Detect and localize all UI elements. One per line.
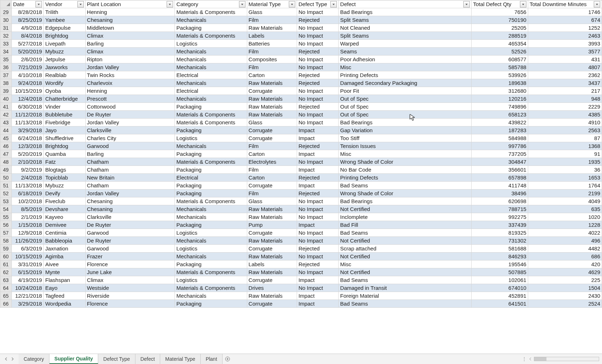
cell-plant[interactable]: Climax <box>85 276 175 284</box>
cell-downtime[interactable]: 1653 <box>528 174 602 182</box>
cell-material[interactable]: Raw Materials <box>247 237 297 245</box>
cell-plant[interactable]: Climax <box>85 48 175 56</box>
cell-defect[interactable]: Inclomplete <box>339 213 472 221</box>
cell-defect_type[interactable]: No Impact <box>297 24 338 32</box>
cell-plant[interactable]: Florence <box>85 260 175 268</box>
cell-downtime[interactable]: 225 <box>528 276 602 284</box>
cell-material[interactable]: Labels <box>247 32 297 40</box>
cell-defect_type[interactable]: Rejected <box>297 260 338 268</box>
cell-defect[interactable]: Not Certified <box>339 268 472 276</box>
cell-category[interactable]: Logistics <box>175 276 247 284</box>
row-number-cell[interactable]: 49 <box>0 166 12 174</box>
cell-downtime[interactable]: 4022 <box>528 229 602 237</box>
table-row[interactable]: 352/6/2019JetpulseRiptonMechanicalsCompo… <box>0 56 602 63</box>
cell-defect[interactable]: Split Seams <box>339 16 472 24</box>
cell-date[interactable]: 8/4/2018 <box>11 32 44 40</box>
column-header-material[interactable]: Material Type <box>247 0 297 8</box>
sheet-tab[interactable]: Category <box>19 354 49 364</box>
cell-date[interactable]: 10/24/2018 <box>11 284 44 292</box>
cell-downtime[interactable]: 1504 <box>528 284 602 292</box>
cell-material[interactable]: Raw Materials <box>247 103 297 111</box>
cell-plant[interactable]: Jordan Valley <box>85 190 175 197</box>
cell-vendor[interactable]: Agimba <box>44 253 85 260</box>
cell-category[interactable]: Packaging <box>175 150 247 158</box>
cell-defect_type[interactable]: No Impact <box>297 197 338 205</box>
cell-category[interactable]: Materials & Components <box>175 119 247 126</box>
cell-category[interactable]: Mechanicals <box>175 79 247 87</box>
cell-material[interactable]: Raw Materials <box>247 268 297 276</box>
cell-vendor[interactable]: Chatterbridge <box>44 95 85 103</box>
cell-material[interactable]: Corrugate <box>247 87 297 95</box>
filter-dropdown-icon[interactable] <box>520 1 526 8</box>
table-row[interactable]: 502/4/2018TopicblabNew BritainElectrical… <box>0 174 602 182</box>
cell-vendor[interactable]: Devshare <box>44 205 85 213</box>
cell-vendor[interactable]: Jetpulse <box>44 56 85 63</box>
cell-defect_type[interactable]: Impact <box>297 126 338 134</box>
table-row[interactable]: 626/15/2019MynteJune LakeMaterials & Com… <box>0 268 602 276</box>
cell-date[interactable]: 2/10/2018 <box>11 158 44 166</box>
cell-defect_type[interactable]: No Impact <box>297 229 338 237</box>
table-row[interactable]: 367/21/2019JaxworksJordan ValleyMechanic… <box>0 63 602 71</box>
cell-defect_type[interactable]: Rejected <box>297 79 338 87</box>
cell-vendor[interactable]: Brightdog <box>44 32 85 40</box>
cell-date[interactable]: 2/6/2019 <box>11 56 44 63</box>
cell-qty[interactable]: 584988 <box>472 134 528 142</box>
cell-plant[interactable]: Chatham <box>85 158 175 166</box>
cell-downtime[interactable]: 420 <box>528 260 602 268</box>
cell-defect_type[interactable]: No Impact <box>297 56 338 63</box>
table-row[interactable]: 6410/24/2018EayoWestsideMaterials & Comp… <box>0 284 602 292</box>
cell-defect[interactable]: Out of Spec <box>339 95 472 103</box>
cell-vendor[interactable]: Fivebridge <box>44 119 85 126</box>
cell-downtime[interactable]: 4910 <box>528 119 602 126</box>
cell-material[interactable]: Pump <box>247 221 297 229</box>
cell-category[interactable]: Mechanicals <box>175 205 247 213</box>
table-row[interactable]: 4012/4/2018ChatterbridgePrescottMechanic… <box>0 95 602 103</box>
cell-vendor[interactable]: Bubbletube <box>44 111 85 119</box>
cell-qty[interactable]: 750190 <box>472 16 528 24</box>
cell-material[interactable]: Batteries <box>247 40 297 48</box>
cell-downtime[interactable]: 1764 <box>528 182 602 190</box>
cell-plant[interactable]: Chatham <box>85 182 175 190</box>
cell-plant[interactable]: Barling <box>85 40 175 48</box>
cell-material[interactable]: Carton <box>247 150 297 158</box>
cell-downtime[interactable]: 2430 <box>528 292 602 300</box>
cell-date[interactable]: 11/26/2019 <box>11 237 44 245</box>
cell-defect[interactable]: Misc <box>339 63 472 71</box>
table-row[interactable]: 456/24/2018ShuffledriveCharles CityLogis… <box>0 134 602 142</box>
cell-material[interactable]: Raw Materials <box>247 79 297 87</box>
cell-qty[interactable]: 411748 <box>472 182 528 190</box>
cell-downtime[interactable]: 217 <box>528 87 602 95</box>
cell-plant[interactable]: Garwood <box>85 142 175 150</box>
cell-vendor[interactable]: Fiveclub <box>44 197 85 205</box>
cell-downtime[interactable]: 686 <box>528 253 602 260</box>
row-number-cell[interactable]: 59 <box>0 245 12 253</box>
cell-defect[interactable]: Tension Issues <box>339 142 472 150</box>
cell-qty[interactable]: 749896 <box>472 103 528 111</box>
cell-vendor[interactable]: Topicblab <box>44 174 85 182</box>
cell-downtime[interactable]: 4385 <box>528 111 602 119</box>
cell-category[interactable]: Mechanicals <box>175 142 247 150</box>
cell-downtime[interactable]: 1252 <box>528 24 602 32</box>
table-row[interactable]: 634/19/2019FlashspanClimaxLogisticsCorru… <box>0 276 602 284</box>
cell-plant[interactable]: De Ruyter <box>85 237 175 245</box>
cell-defect_type[interactable]: No Impact <box>297 95 338 103</box>
cell-category[interactable]: Packaging <box>175 182 247 190</box>
table-row[interactable]: 5111/13/2018MybuzzChathamPackagingCorrug… <box>0 182 602 190</box>
cell-defect[interactable]: Bad Seams <box>339 300 472 308</box>
cell-category[interactable]: Packaging <box>175 221 247 229</box>
row-number-cell[interactable]: 38 <box>0 79 12 87</box>
row-number-cell[interactable]: 35 <box>0 56 12 63</box>
cell-qty[interactable]: 507885 <box>472 268 528 276</box>
cell-downtime[interactable]: 36 <box>528 166 602 174</box>
cell-defect_type[interactable]: Rejected <box>297 71 338 79</box>
cell-plant[interactable]: Henning <box>85 87 175 95</box>
cell-category[interactable]: Packaging <box>175 300 247 308</box>
row-number-cell[interactable]: 30 <box>0 16 12 24</box>
cell-vendor[interactable]: Realblab <box>44 71 85 79</box>
cell-downtime[interactable]: 4482 <box>528 245 602 253</box>
column-header-defect_type[interactable]: Defect Type <box>297 0 338 8</box>
cell-category[interactable]: Mechanicals <box>175 292 247 300</box>
cell-defect[interactable]: Wrong Shade of Color <box>339 190 472 197</box>
cell-downtime[interactable]: 2229 <box>528 103 602 111</box>
cell-date[interactable]: 2/1/2019 <box>11 213 44 221</box>
